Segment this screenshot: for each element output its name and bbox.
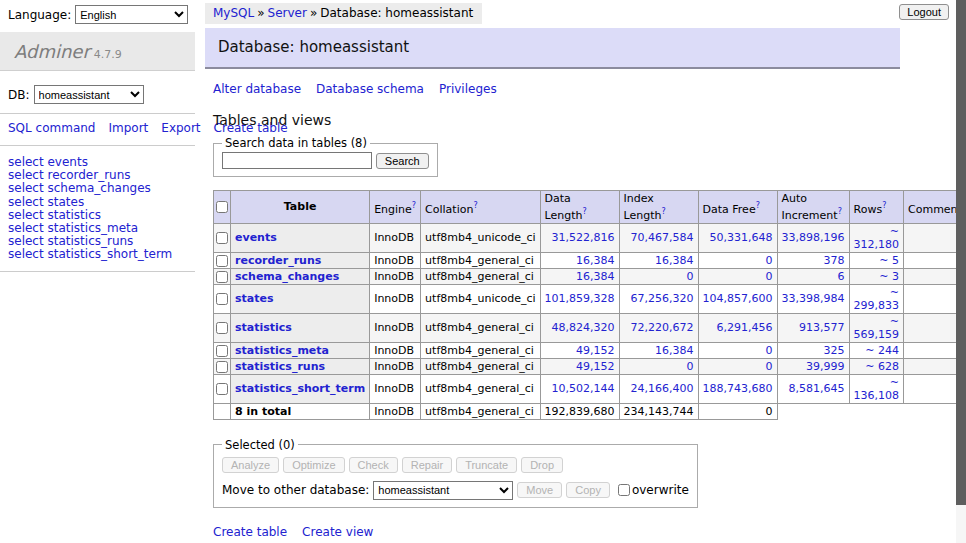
rows-link[interactable]: ~ 136,108 (854, 376, 900, 402)
table-name-link-states[interactable]: states (235, 292, 274, 305)
table-name-link-schema_changes[interactable]: schema_changes (235, 270, 339, 283)
column-help-link[interactable]: ? (583, 207, 587, 216)
row-checkbox[interactable] (216, 255, 228, 267)
index-length-link[interactable]: 16,384 (655, 344, 694, 357)
rows-link[interactable]: ~ 3 (879, 270, 899, 283)
row-checkbox[interactable] (216, 232, 228, 244)
select-link[interactable]: select (8, 247, 44, 261)
sidebar-table-link-statistics_meta[interactable]: statistics_meta (47, 221, 138, 235)
index-length-link[interactable]: 67,256,320 (631, 292, 694, 305)
create-link-create-table[interactable]: Create table (213, 525, 287, 539)
sidebar-table-link-events[interactable]: events (47, 155, 87, 169)
row-checkbox[interactable] (216, 345, 228, 357)
row-checkbox[interactable] (216, 383, 228, 395)
select-link[interactable]: select (8, 234, 44, 248)
data-free-link[interactable]: 104,857,600 (703, 292, 773, 305)
data-length-link[interactable]: 48,824,320 (552, 321, 615, 334)
column-help-link[interactable]: ? (473, 201, 477, 210)
rows-link[interactable]: ~ 312,180 (854, 225, 900, 251)
table-name-link-statistics_meta[interactable]: statistics_meta (235, 344, 329, 357)
data-length-link[interactable]: 16,384 (576, 270, 615, 283)
index-length-link[interactable]: 72,220,672 (631, 321, 694, 334)
column-help-link[interactable]: ? (756, 201, 760, 210)
auto-increment-link[interactable]: 39,999 (806, 360, 845, 373)
data-length-link[interactable]: 49,152 (576, 360, 615, 373)
vertical-scrollbar[interactable] (956, 0, 966, 543)
adminer-logo-link[interactable]: Adminer (14, 41, 90, 62)
table-name-link-statistics_short_term[interactable]: statistics_short_term (235, 382, 365, 395)
data-length-link[interactable]: 31,522,816 (552, 231, 615, 244)
search-button[interactable]: Search (376, 153, 429, 169)
data-free-link[interactable]: 0 (766, 344, 773, 357)
column-help-link[interactable]: ? (838, 207, 842, 216)
select-link[interactable]: select (8, 195, 44, 209)
row-checkbox[interactable] (216, 293, 228, 305)
db-select[interactable]: homeassistant (34, 85, 144, 104)
move-button[interactable]: Move (517, 482, 562, 498)
data-free-link[interactable]: 188,743,680 (703, 382, 773, 395)
sidebar-action-export[interactable]: Export (161, 121, 200, 135)
index-length-link[interactable]: 70,467,584 (631, 231, 694, 244)
data-free-link[interactable]: 0 (766, 360, 773, 373)
language-select[interactable]: English (75, 5, 188, 24)
scrollbar-thumb[interactable] (956, 0, 966, 505)
logout-button[interactable]: Logout (899, 4, 949, 20)
column-help-link[interactable]: ? (412, 201, 416, 210)
column-help-link[interactable]: ? (882, 201, 886, 210)
db-link-alter-database[interactable]: Alter database (213, 82, 301, 96)
select-link[interactable]: select (8, 208, 44, 222)
analyze-button[interactable]: Analyze (222, 457, 279, 473)
index-length-link[interactable]: 24,166,400 (631, 382, 694, 395)
row-checkbox[interactable] (216, 361, 228, 373)
check-button[interactable]: Check (349, 457, 398, 473)
repair-button[interactable]: Repair (402, 457, 452, 473)
sidebar-table-link-schema_changes[interactable]: schema_changes (47, 181, 150, 195)
auto-increment-link[interactable]: 913,577 (799, 321, 845, 334)
table-name-link-statistics_runs[interactable]: statistics_runs (235, 360, 325, 373)
rows-link[interactable]: ~ 244 (865, 344, 899, 357)
data-free-link[interactable]: 50,331,648 (710, 231, 773, 244)
breadcrumb-server-link[interactable]: Server (268, 6, 307, 20)
table-name-link-events[interactable]: events (235, 231, 277, 244)
sidebar-table-link-recorder_runs[interactable]: recorder_runs (47, 168, 130, 182)
index-length-link[interactable]: 16,384 (655, 254, 694, 267)
auto-increment-link[interactable]: 33,898,196 (782, 231, 845, 244)
sidebar-action-sql-command[interactable]: SQL command (8, 121, 95, 135)
create-link-create-view[interactable]: Create view (302, 525, 373, 539)
select-link[interactable]: select (8, 168, 44, 182)
auto-increment-link[interactable]: 378 (824, 254, 845, 267)
drop-button[interactable]: Drop (521, 457, 563, 473)
sidebar-table-link-statistics[interactable]: statistics (47, 208, 101, 222)
data-length-link[interactable]: 16,384 (576, 254, 615, 267)
auto-increment-link[interactable]: 6 (838, 270, 845, 283)
optimize-button[interactable]: Optimize (283, 457, 344, 473)
column-help-link[interactable]: ? (662, 207, 666, 216)
select-link[interactable]: select (8, 155, 44, 169)
data-length-link[interactable]: 49,152 (576, 344, 615, 357)
index-length-link[interactable]: 0 (687, 360, 694, 373)
select-link[interactable]: select (8, 181, 44, 195)
rows-link[interactable]: ~ 5 (879, 254, 899, 267)
breadcrumb-mysql-link[interactable]: MySQL (213, 6, 254, 20)
db-link-privileges[interactable]: Privileges (439, 82, 497, 96)
data-length-link[interactable]: 101,859,328 (545, 292, 615, 305)
data-free-link[interactable]: 6,291,456 (717, 321, 773, 334)
sidebar-table-link-states[interactable]: states (47, 195, 84, 209)
sidebar-table-link-statistics_short_term[interactable]: statistics_short_term (47, 247, 172, 261)
row-checkbox[interactable] (216, 271, 228, 283)
db-link-database-schema[interactable]: Database schema (316, 82, 424, 96)
rows-link[interactable]: ~ 628 (865, 360, 899, 373)
row-checkbox[interactable] (216, 322, 228, 334)
truncate-button[interactable]: Truncate (456, 457, 517, 473)
auto-increment-link[interactable]: 8,581,645 (789, 382, 845, 395)
copy-button[interactable]: Copy (566, 482, 610, 498)
auto-increment-link[interactable]: 325 (824, 344, 845, 357)
rows-link[interactable]: ~ 569,159 (854, 315, 900, 341)
select-link[interactable]: select (8, 221, 44, 235)
data-length-link[interactable]: 10,502,144 (552, 382, 615, 395)
search-input[interactable] (222, 152, 372, 169)
table-name-link-recorder_runs[interactable]: recorder_runs (235, 254, 321, 267)
overwrite-checkbox[interactable] (618, 484, 630, 496)
rows-link[interactable]: ~ 299,833 (854, 286, 900, 312)
select-all-checkbox[interactable] (216, 201, 228, 213)
